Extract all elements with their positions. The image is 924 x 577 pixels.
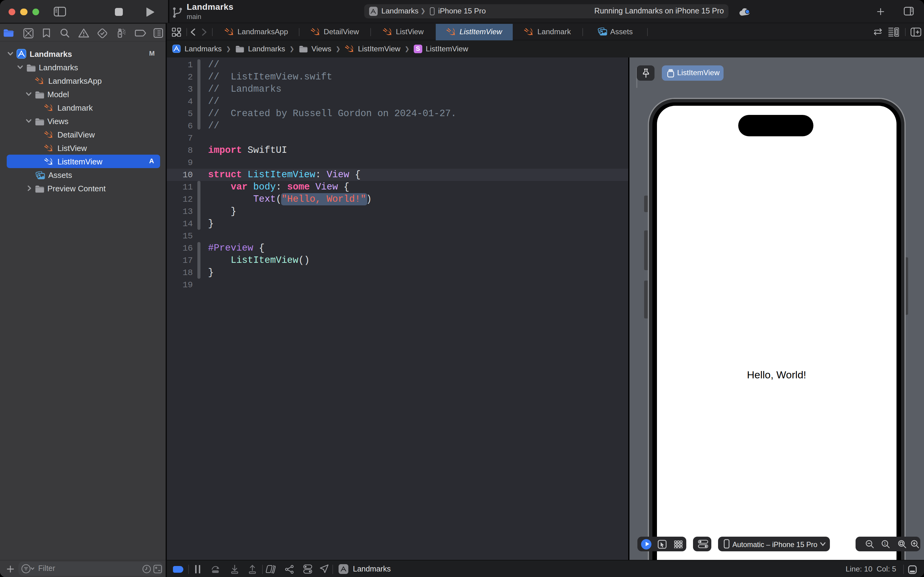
svg-text:1: 1 [884, 541, 886, 546]
